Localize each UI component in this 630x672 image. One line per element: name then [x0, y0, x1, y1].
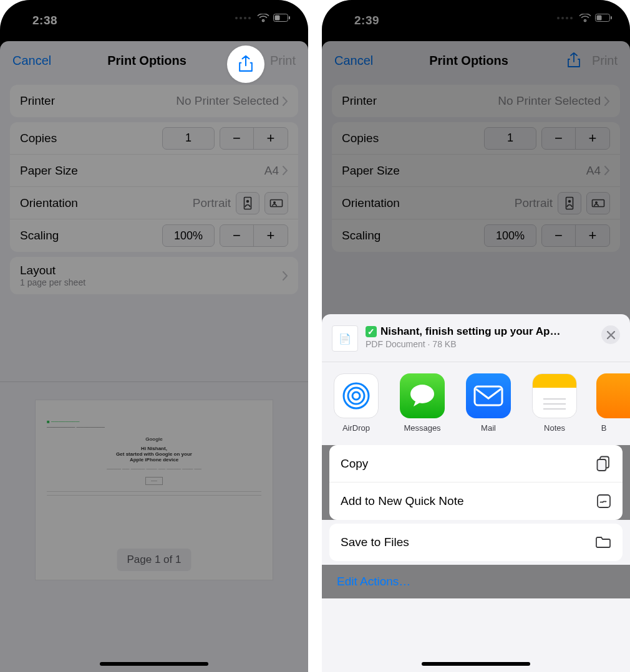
- chevron-right-icon: [283, 271, 288, 281]
- document-title: ✓Nishant, finish setting up your Appl…: [366, 325, 565, 338]
- scaling-row: Scaling 100% − +: [10, 219, 298, 252]
- quick-note-icon: [596, 494, 611, 509]
- messages-icon: [408, 383, 437, 409]
- wifi-icon: [257, 14, 269, 22]
- svg-rect-9: [611, 16, 612, 19]
- wifi-icon: [579, 14, 591, 22]
- svg-rect-10: [566, 197, 573, 209]
- orientation-portrait-button[interactable]: [236, 192, 259, 214]
- svg-rect-8: [597, 16, 602, 21]
- battery-icon: [595, 14, 613, 22]
- home-indicator[interactable]: [100, 662, 208, 666]
- app-notes[interactable]: Notes: [530, 373, 579, 433]
- status-time: 2:39: [354, 14, 379, 27]
- cancel-button[interactable]: Cancel: [12, 54, 51, 68]
- svg-rect-1: [275, 16, 280, 21]
- chevron-right-icon: [283, 166, 288, 175]
- chevron-right-icon: [604, 97, 610, 106]
- svg-point-4: [246, 199, 250, 203]
- share-button-highlight[interactable]: [227, 46, 264, 83]
- print-button[interactable]: Print: [270, 54, 296, 68]
- page-title: Print Options: [373, 54, 565, 68]
- svg-rect-23: [598, 459, 606, 471]
- svg-point-14: [352, 392, 360, 400]
- layout-row[interactable]: Layout 1 page per sheet: [10, 257, 298, 294]
- notes-icon: [541, 396, 568, 411]
- home-indicator[interactable]: [422, 662, 530, 666]
- share-sheet: 📄 ✓Nishant, finish setting up your Appl……: [322, 314, 630, 672]
- chevron-right-icon: [283, 97, 288, 106]
- action-copy[interactable]: Copy: [329, 445, 623, 482]
- svg-rect-2: [289, 16, 290, 19]
- document-subtitle: PDF Document · 78 KB: [366, 339, 565, 349]
- print-button[interactable]: Print: [592, 54, 618, 68]
- person-portrait-icon: [242, 196, 253, 210]
- cancel-button[interactable]: Cancel: [334, 54, 373, 68]
- person-landscape-icon: [591, 198, 605, 209]
- svg-point-11: [568, 199, 571, 203]
- edit-actions-button[interactable]: Edit Actions…: [322, 565, 630, 598]
- page-indicator: Page 1 of 1: [117, 549, 191, 571]
- mail-icon: [473, 385, 503, 406]
- app-messages[interactable]: Messages: [398, 373, 447, 433]
- copies-increment-button[interactable]: +: [576, 128, 609, 149]
- paper-size-row[interactable]: Paper SizeA4: [332, 155, 620, 187]
- svg-point-17: [410, 385, 434, 403]
- copies-field[interactable]: 1: [484, 127, 536, 150]
- copies-decrement-button[interactable]: −: [220, 128, 254, 149]
- svg-point-15: [348, 388, 364, 404]
- orientation-row: Orientation Portrait: [10, 187, 298, 219]
- chevron-right-icon: [604, 166, 610, 175]
- app-airdrop[interactable]: AirDrop: [332, 373, 380, 433]
- share-button[interactable]: [565, 51, 583, 70]
- svg-rect-18: [475, 386, 502, 405]
- status-icons: [235, 14, 291, 22]
- svg-point-13: [595, 201, 598, 204]
- status-time: 2:38: [32, 14, 57, 27]
- app-mail[interactable]: Mail: [464, 373, 513, 433]
- orientation-landscape-button[interactable]: [586, 192, 610, 214]
- share-icon: [567, 52, 581, 69]
- checkmark-icon: ✓: [366, 326, 377, 337]
- scaling-increment-button[interactable]: +: [254, 225, 288, 246]
- share-apps-row[interactable]: AirDrop Messages Mail Notes B: [322, 362, 630, 441]
- copies-decrement-button[interactable]: −: [542, 128, 576, 149]
- document-thumbnail: 📄: [332, 325, 358, 352]
- page-preview[interactable]: ■ ──────── ──────── ──────── Google Hi N…: [35, 400, 273, 580]
- printer-row[interactable]: Printer No Printer Selected: [10, 85, 298, 117]
- paper-size-row[interactable]: Paper Size A4: [10, 155, 298, 187]
- action-quick-note[interactable]: Add to New Quick Note: [329, 482, 623, 520]
- svg-rect-3: [245, 197, 251, 209]
- printer-value: No Printer Selected: [176, 94, 279, 108]
- copies-increment-button[interactable]: +: [254, 128, 288, 149]
- action-save-to-files[interactable]: Save to Files: [329, 524, 623, 561]
- close-button[interactable]: [601, 325, 620, 344]
- orientation-landscape-button[interactable]: [264, 192, 288, 214]
- copy-icon: [596, 456, 611, 472]
- battery-icon: [273, 14, 291, 22]
- printer-label: Printer: [20, 94, 55, 108]
- scaling-decrement-button[interactable]: −: [542, 225, 576, 246]
- copies-field[interactable]: 1: [162, 127, 215, 150]
- status-icons: [557, 14, 613, 22]
- person-landscape-icon: [269, 198, 283, 209]
- share-icon: [238, 55, 253, 74]
- svg-point-6: [273, 201, 276, 204]
- airdrop-icon: [341, 380, 372, 411]
- scaling-field[interactable]: 100%: [162, 224, 215, 247]
- close-icon: [607, 331, 615, 339]
- printer-row[interactable]: Printer No Printer Selected: [332, 85, 620, 117]
- person-portrait-icon: [564, 196, 575, 210]
- app-books[interactable]: B: [596, 373, 611, 433]
- orientation-portrait-button[interactable]: [558, 192, 581, 214]
- scaling-increment-button[interactable]: +: [576, 225, 609, 246]
- scaling-decrement-button[interactable]: −: [220, 225, 254, 246]
- page-title: Print Options: [51, 54, 243, 68]
- scaling-field[interactable]: 100%: [484, 224, 536, 247]
- copies-row: Copies 1 − +: [10, 122, 298, 155]
- folder-icon: [595, 536, 611, 549]
